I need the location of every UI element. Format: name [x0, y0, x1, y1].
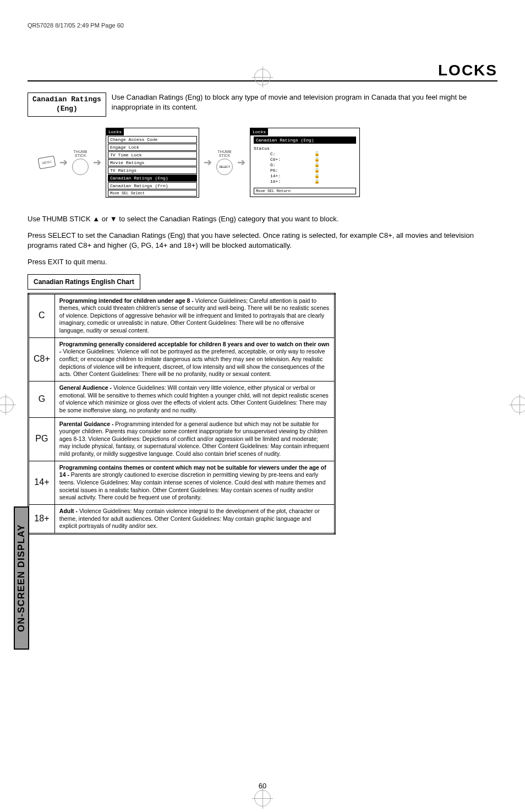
osd-menu-1: Locks Change Access Code Engage Lock TV …	[106, 128, 199, 198]
print-crosshair-icon	[0, 396, 14, 413]
rating-code: 18+	[29, 504, 55, 533]
print-crosshair-icon	[511, 396, 525, 413]
rating-code: PG	[29, 417, 55, 461]
arrow-icon: ➔	[204, 156, 212, 168]
select-button-icon: SELECT	[216, 159, 233, 175]
rating-desc: Parental Guidance - Programming intended…	[54, 417, 335, 461]
table-row: PG Parental Guidance - Programming inten…	[29, 417, 335, 461]
table-row: 18+ Adult - Violence Guidelines: May con…	[29, 504, 335, 533]
thumb-stick-icon	[72, 159, 89, 175]
table-row: C8+ Programming generally considered acc…	[29, 337, 335, 381]
feature-label: Canadian Ratings(Eng)	[28, 92, 106, 117]
status-row: C:🔓	[270, 151, 320, 156]
thumb-stick-label: THUMB STICK	[72, 150, 89, 157]
arrow-icon: ➔	[59, 156, 68, 168]
osd-header: Locks	[106, 128, 124, 135]
osd-item: TV Time Lock	[108, 151, 197, 159]
rating-desc: General Audience - Violence Guidelines: …	[54, 381, 335, 417]
arrow-icon: ➔	[93, 156, 101, 168]
rating-desc: Programming generally considered accepta…	[54, 337, 335, 381]
osd-item: Movie Ratings	[108, 159, 197, 166]
rating-code: 14+	[29, 461, 55, 504]
rating-code: C	[29, 293, 55, 337]
side-tab: ON-SCREEN DISPLAY	[14, 506, 29, 650]
file-meta: QR57028 8/17/05 2:49 PM Page 60	[28, 22, 497, 29]
status-row: PG:🔒	[270, 168, 320, 173]
osd-header: Locks	[250, 128, 268, 135]
rating-desc: Programming intended for children under …	[54, 293, 335, 337]
arrow-icon: ➔	[237, 156, 245, 168]
menu-button-icon: MENU	[37, 156, 56, 170]
osd-footer: Move SEL Select	[108, 190, 197, 197]
osd-subheader: Canadian Ratings (Eng)	[254, 137, 356, 144]
osd-item: Change Access Code	[108, 136, 197, 143]
status-row: 18+:🔒	[270, 179, 320, 184]
chart-header: Canadian Ratings English Chart	[28, 274, 140, 290]
rating-desc: Programming contains themes or content w…	[54, 461, 335, 504]
osd-item: Canadian Ratings (Frn)	[108, 182, 197, 189]
intro-text: Use Canadian Ratings (Eng) to block any …	[112, 92, 497, 117]
status-row: 14+:🔒	[270, 173, 320, 178]
diagram-row: MENU ➔ THUMB STICK ➔ Locks Change Access…	[39, 128, 497, 198]
body-paragraph: Use THUMB STICK ▲ or ▼ to select the Can…	[28, 214, 497, 224]
table-row: 14+ Programming contains themes or conte…	[29, 461, 335, 504]
table-row: C Programming intended for children unde…	[29, 293, 335, 337]
table-row: G General Audience - Violence Guidelines…	[29, 381, 335, 417]
rating-code: C8+	[29, 337, 55, 381]
osd-menu-2: Locks Canadian Ratings (Eng) Status C:🔓 …	[250, 128, 360, 197]
osd-footer: Move SEL Return	[254, 188, 356, 194]
rating-desc: Adult - Violence Guidelines: May contain…	[54, 504, 335, 533]
print-crosshair-icon	[254, 790, 271, 806]
print-crosshair-icon	[254, 69, 271, 85]
ratings-chart: C Programming intended for children unde…	[28, 293, 336, 535]
osd-item-selected: Canadian Ratings (Eng)	[108, 175, 197, 182]
status-row: C8+:🔒	[270, 157, 320, 162]
body-paragraph: Press SELECT to set the Canadian Ratings…	[28, 231, 497, 250]
osd-item: TV Ratings	[108, 167, 197, 174]
status-label: Status	[254, 146, 356, 151]
osd-item: Engage Lock	[108, 144, 197, 151]
body-paragraph: Press EXIT to quit menu.	[28, 257, 497, 267]
status-row: G:🔒	[270, 162, 320, 167]
rating-code: G	[29, 381, 55, 417]
thumb-stick-label: THUMB STICK	[216, 150, 233, 157]
